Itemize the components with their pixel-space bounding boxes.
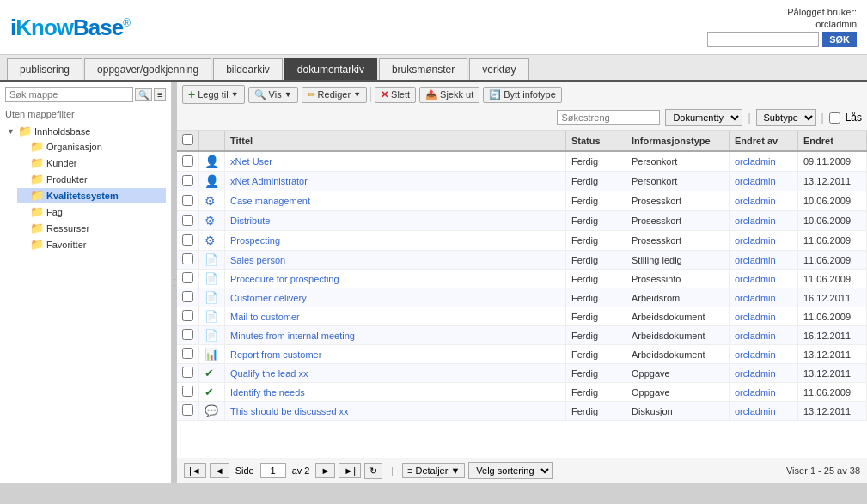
add-button[interactable]: + Legg til ▼ bbox=[182, 85, 245, 104]
nav-tab-dokumentarkiv[interactable]: dokumentarkiv bbox=[284, 58, 377, 80]
sidebar-search-btn[interactable]: 🔍 bbox=[135, 88, 152, 101]
row-changedby-link[interactable]: orcladmin bbox=[735, 387, 776, 398]
add-arrow-icon: ▼ bbox=[231, 90, 239, 99]
nav-tab-verktoy[interactable]: verktøy bbox=[469, 58, 528, 80]
table-row: 📄 Minutes from internal meeting Ferdig A… bbox=[177, 326, 867, 345]
header-search-button[interactable]: SØK bbox=[822, 32, 857, 47]
tree-item-row[interactable]: 📁Kvalitetssystem bbox=[17, 188, 166, 203]
prev-page-btn[interactable]: ◄ bbox=[210, 463, 229, 478]
page-input[interactable] bbox=[260, 463, 286, 478]
next-page-btn[interactable]: ► bbox=[315, 463, 335, 478]
row-title-link[interactable]: This should be discussed xx bbox=[230, 406, 349, 416]
row-changedby-link[interactable]: orcladmin bbox=[735, 293, 776, 303]
row-checkbox[interactable] bbox=[182, 215, 193, 226]
sidebar-search-input[interactable] bbox=[5, 87, 133, 102]
row-changedby-link[interactable]: orcladmin bbox=[735, 216, 776, 226]
row-title-link[interactable]: xNet User bbox=[230, 156, 272, 167]
row-title-link[interactable]: Qualify the lead xx bbox=[230, 368, 308, 379]
row-title-link[interactable]: Sales person bbox=[230, 255, 285, 265]
row-title-cell: Report from customer bbox=[225, 345, 566, 364]
row-checkbox[interactable] bbox=[182, 348, 193, 359]
row-changedby-link[interactable]: orcladmin bbox=[735, 176, 776, 186]
doctype-search-input[interactable] bbox=[557, 110, 660, 125]
first-page-btn[interactable]: |◄ bbox=[184, 463, 206, 478]
row-title-link[interactable]: Procedure for prospecting bbox=[230, 274, 339, 284]
row-changedby-link[interactable]: orcladmin bbox=[735, 274, 776, 284]
row-changedby-link[interactable]: orcladmin bbox=[735, 312, 776, 322]
row-title-link[interactable]: Customer delivery bbox=[230, 293, 307, 303]
tree-item-row[interactable]: 📁Organisasjon bbox=[17, 139, 166, 154]
row-checkbox[interactable] bbox=[182, 386, 193, 397]
nav-tab-bildearkiv[interactable]: bildearkiv bbox=[213, 58, 283, 80]
last-page-btn[interactable]: ►| bbox=[339, 463, 361, 478]
lock-label: Lås bbox=[846, 112, 862, 124]
row-checkbox[interactable] bbox=[182, 234, 193, 246]
row-changedby-link[interactable]: orcladmin bbox=[735, 235, 776, 246]
checkout-label: Sjekk ut bbox=[440, 89, 473, 100]
folder-icon: 📁 bbox=[30, 205, 44, 218]
select-all-checkbox[interactable] bbox=[182, 134, 193, 145]
row-changedby-link[interactable]: orcladmin bbox=[735, 368, 776, 379]
row-title-link[interactable]: Report from customer bbox=[230, 349, 321, 360]
filter-label: Uten mappefilter bbox=[5, 107, 166, 123]
row-checkbox[interactable] bbox=[182, 253, 193, 264]
row-checkbox[interactable] bbox=[182, 367, 193, 378]
change-infotype-button[interactable]: 🔄 Bytt infotype bbox=[483, 87, 562, 103]
row-checkbox-cell bbox=[177, 345, 199, 364]
row-checkbox[interactable] bbox=[182, 310, 193, 321]
view-button[interactable]: 🔍 Vis ▼ bbox=[248, 87, 298, 103]
nav-tab-publisering[interactable]: publisering bbox=[7, 58, 82, 80]
row-title-cell: Mail to customer bbox=[225, 307, 566, 326]
tree-item-row[interactable]: 📁Kunder bbox=[17, 155, 166, 170]
subtype-select[interactable]: Subtype bbox=[756, 109, 816, 126]
refresh-btn[interactable]: ↻ bbox=[364, 463, 382, 479]
main-layout: 🔍 ≡ Uten mappefilter ▼📁Innholdsbase 📁Org… bbox=[0, 82, 867, 483]
header-search-input[interactable] bbox=[707, 32, 819, 47]
row-title-link[interactable]: Prospecting bbox=[230, 235, 280, 246]
row-checkbox[interactable] bbox=[182, 175, 193, 186]
row-checkbox-cell bbox=[177, 364, 199, 383]
row-icon-cell: 📄 bbox=[199, 270, 225, 288]
edit-button[interactable]: ✏ Rediger ▼ bbox=[302, 87, 367, 103]
tree-item-row[interactable]: 📁Favoritter bbox=[17, 237, 166, 252]
tree-item-row[interactable]: 📁Fag bbox=[17, 204, 166, 219]
row-checkbox-cell bbox=[177, 288, 199, 307]
row-changedby-link[interactable]: orcladmin bbox=[735, 406, 776, 416]
delete-button[interactable]: ✕ Slett bbox=[375, 87, 416, 103]
row-changedby-link[interactable]: orcladmin bbox=[735, 196, 776, 206]
nav-tab-oppgaver[interactable]: oppgaver/godkjenning bbox=[84, 58, 211, 80]
row-checkbox[interactable] bbox=[182, 272, 193, 283]
details-btn[interactable]: ≡ Detaljer ▼ bbox=[402, 463, 465, 478]
nav-tab-bruksmonster[interactable]: bruksmønster bbox=[379, 58, 467, 80]
row-changedby-link[interactable]: orcladmin bbox=[735, 156, 776, 167]
row-title-cell: Case management bbox=[225, 191, 566, 211]
tree-item-row[interactable]: ▼📁Innholdsbase bbox=[5, 124, 166, 138]
row-changedby-link[interactable]: orcladmin bbox=[735, 255, 776, 265]
row-changedby-link[interactable]: orcladmin bbox=[735, 331, 776, 341]
row-changed-cell: 09.11.2009 bbox=[798, 151, 867, 172]
row-changedby-link[interactable]: orcladmin bbox=[735, 349, 776, 360]
sort-select[interactable]: Velg sortering bbox=[468, 462, 553, 479]
tree-item-row[interactable]: 📁Ressurser bbox=[17, 221, 166, 235]
sidebar-list-btn[interactable]: ≡ bbox=[154, 88, 166, 101]
row-checkbox[interactable] bbox=[182, 195, 193, 206]
row-title-link[interactable]: Minutes from internal meeting bbox=[230, 331, 355, 341]
row-checkbox[interactable] bbox=[182, 404, 193, 416]
tree-item-label: Ressurser bbox=[46, 223, 89, 234]
lock-checkbox[interactable] bbox=[829, 112, 840, 124]
row-title-link[interactable]: Case management bbox=[230, 196, 310, 206]
row-checkbox[interactable] bbox=[182, 329, 193, 340]
tree-item-row[interactable]: 📁Produkter bbox=[17, 172, 166, 186]
row-title-link[interactable]: Distribute bbox=[230, 216, 270, 226]
row-checkbox[interactable] bbox=[182, 291, 193, 302]
row-title-link[interactable]: Identify the needs bbox=[230, 387, 305, 398]
doctype-select[interactable]: Dokumenttype bbox=[665, 109, 742, 126]
row-title-link[interactable]: Mail to customer bbox=[230, 312, 300, 322]
edit-label: Rediger bbox=[318, 89, 351, 100]
row-title-link[interactable]: xNet Administrator bbox=[230, 176, 308, 186]
row-icon-cell: ✔ bbox=[199, 364, 225, 383]
row-status-cell: Ferdig bbox=[566, 251, 626, 270]
row-checkbox[interactable] bbox=[182, 155, 193, 167]
checkout-button[interactable]: 📤 Sjekk ut bbox=[419, 87, 479, 103]
checkout-icon: 📤 bbox=[425, 89, 437, 100]
